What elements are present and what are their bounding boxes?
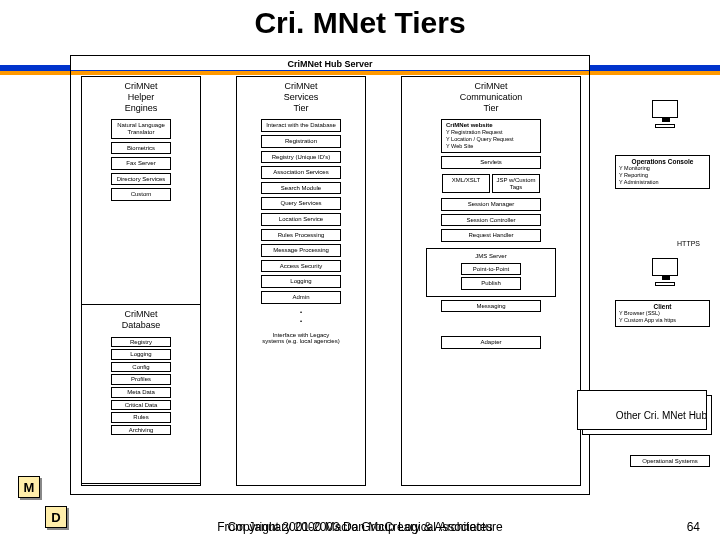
other-hub-box: Other Cri. MNet Hub — [582, 395, 712, 435]
website-box: CriMNet website Y Registration Request Y… — [441, 119, 541, 153]
jsp-box: JSP w/Custom Tags — [492, 174, 540, 193]
servlets-box: Servlets — [441, 156, 541, 169]
ob2: Y Administration — [619, 179, 706, 186]
svc-db: Interact with the Database — [261, 119, 341, 132]
request-handler: Request Handler — [441, 229, 541, 242]
operations-console-box: Operations Console Y Monitoring Y Report… — [615, 155, 710, 189]
box-custom: Custom — [111, 188, 171, 201]
box-directory: Directory Services — [111, 173, 171, 186]
db-logging: Logging — [111, 349, 171, 360]
cb1: Y Custom App via https — [619, 317, 706, 324]
website-bullets: Y Registration Request Y Location / Quer… — [446, 129, 536, 150]
m-badge: M — [18, 476, 40, 498]
footer: Copyright 2001-2003 Dan McCreary & Assoc… — [0, 520, 720, 534]
box-nlt: Natural Language Translator — [111, 119, 171, 138]
svc-log: Logging — [261, 275, 341, 288]
ops-bullets: Y Monitoring Y Reporting Y Administratio… — [619, 165, 706, 186]
db-archiving: Archiving — [111, 425, 171, 436]
hub-server-container: CriMNet Hub Server CriMNet Helper Engine… — [70, 55, 590, 495]
wb2: Y Web Site — [446, 143, 536, 150]
db-meta: Meta Data — [111, 387, 171, 398]
db-profiles: Profiles — [111, 374, 171, 385]
client-box: Client Y Browser (SSL) Y Custom App via … — [615, 300, 710, 327]
session-mgr: Session Manager — [441, 198, 541, 211]
svc-loc: Location Service — [261, 213, 341, 226]
p2p-box: Point-to-Point — [461, 263, 521, 276]
cb0: Y Browser (SSL) — [619, 310, 706, 317]
session-ctrl: Session Controller — [441, 214, 541, 227]
adapter-box: Adapter — [441, 336, 541, 349]
communication-tier-column: CriMNet Communication Tier CriMNet websi… — [401, 76, 581, 486]
ob0: Y Monitoring — [619, 165, 706, 172]
xml-jsp-row: XML/XSLT JSP w/Custom Tags — [402, 172, 580, 195]
ob1: Y Reporting — [619, 172, 706, 179]
ops-title: Operations Console — [619, 158, 706, 165]
jms-server: JMS Server Point-to-Point Publish — [426, 248, 556, 297]
svc-query: Query Services — [261, 197, 341, 210]
db-registry: Registry — [111, 337, 171, 348]
db-title: CriMNet Database — [82, 309, 200, 331]
db-config: Config — [111, 362, 171, 373]
jms-label: JMS Server — [431, 253, 551, 260]
website-title: CriMNet website — [446, 122, 536, 129]
footer-source: From January 2000 Macro Group Logical Ar… — [0, 520, 720, 534]
client-bullets: Y Browser (SSL) Y Custom App via https — [619, 310, 706, 324]
svc-assoc: Association Services — [261, 166, 341, 179]
xml-box: XML/XSLT — [442, 174, 490, 193]
svc-rules: Rules Processing — [261, 229, 341, 242]
other-hub-label: Other Cri. MNet Hub — [616, 410, 707, 421]
svc-registry: Registry (Unique ID's) — [261, 151, 341, 164]
wb1: Y Location / Query Request — [446, 136, 536, 143]
services-tier-column: CriMNet Services Tier Interact with the … — [236, 76, 366, 486]
db-critical: Critical Data — [111, 400, 171, 411]
https-label: HTTPS — [677, 240, 700, 247]
client-title: Client — [619, 303, 706, 310]
footer-page: 64 — [687, 520, 700, 534]
box-biometrics: Biometrics — [111, 142, 171, 155]
svc-search: Search Module — [261, 182, 341, 195]
col1-title: CriMNet Helper Engines — [82, 81, 200, 113]
computer-icon-top — [645, 100, 685, 130]
database-column: CriMNet Database Registry Logging Config… — [81, 304, 201, 484]
box-fax: Fax Server — [111, 157, 171, 170]
svc-legacy: Interface with Legacy systems (e.g. loca… — [261, 330, 341, 347]
computer-icon-bottom — [645, 258, 685, 288]
messaging-box: Messaging — [441, 300, 541, 313]
svc-reg: Registration — [261, 135, 341, 148]
svc-msg: Message Processing — [261, 244, 341, 257]
svc-dot2: • — [261, 316, 341, 327]
col2-title: CriMNet Services Tier — [237, 81, 365, 113]
wb0: Y Registration Request — [446, 129, 536, 136]
hub-server-label: CriMNet Hub Server — [71, 58, 589, 70]
page-title: Cri. MNet Tiers — [0, 0, 720, 44]
col3-title: CriMNet Communication Tier — [402, 81, 580, 113]
operational-systems-box: Operational Systems — [630, 455, 710, 467]
publish-box: Publish — [461, 277, 521, 290]
svc-sec: Access Security — [261, 260, 341, 273]
db-rules: Rules — [111, 412, 171, 423]
svc-admin: Admin — [261, 291, 341, 304]
